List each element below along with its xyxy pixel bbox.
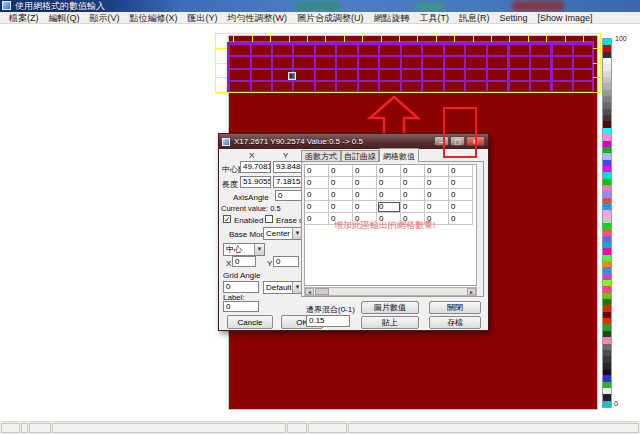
grid-cell[interactable]: 0: [425, 201, 449, 213]
selected-point-marker[interactable]: [288, 72, 296, 80]
grid-cell[interactable]: 0: [353, 189, 377, 201]
current-value-text: Current value: 0.5: [221, 204, 281, 213]
grid-cell[interactable]: 0: [401, 165, 425, 177]
cancel-button[interactable]: Cancle: [227, 315, 273, 329]
color-scale-bar: [602, 38, 612, 408]
grid-cell[interactable]: 0: [329, 189, 353, 201]
table-row: 0000000: [305, 201, 476, 213]
color-band: [603, 401, 611, 407]
window-titlebar[interactable]: 使用網格式的數值輸入: [0, 0, 640, 12]
center-x-input[interactable]: 49.7081: [240, 161, 271, 173]
grid-cell[interactable]: 0: [305, 213, 329, 225]
image-values-button[interactable]: 圖片數值: [361, 301, 419, 314]
highlight-rectangle-annotation: [443, 107, 477, 158]
axis-angle-input[interactable]: 0: [275, 190, 303, 201]
horizontal-scrollbar[interactable]: ◄ ►: [304, 287, 477, 296]
grid-cell[interactable]: 0: [449, 165, 473, 177]
status-segment: [52, 423, 286, 433]
grid-angle-mode-select[interactable]: Default▼: [263, 281, 303, 294]
grid-cell[interactable]: 0: [401, 177, 425, 189]
titlebar-reflection: [512, 1, 564, 11]
offset-y-input[interactable]: 0: [273, 256, 299, 267]
grid-cell[interactable]: 0: [425, 165, 449, 177]
grid-cell[interactable]: 0: [377, 201, 401, 213]
grid-cell[interactable]: 0: [425, 177, 449, 189]
paste-button[interactable]: 貼上: [361, 316, 419, 329]
grid-cell[interactable]: 0: [377, 177, 401, 189]
status-segment: [29, 423, 51, 433]
erase-dots-checkbox[interactable]: [265, 215, 273, 223]
grid-angle-input[interactable]: 0: [223, 281, 259, 293]
grid-cell[interactable]: 0: [353, 201, 377, 213]
column-header-x: X: [249, 151, 254, 160]
menu-item[interactable]: Setting: [495, 12, 533, 24]
status-segment: [1, 423, 20, 433]
scale-min-label: 0: [614, 400, 618, 407]
grid-value-dialog: X17.2671 Y90.2574 Value:0.5 -> 0.5 – ▢ ✕…: [218, 133, 489, 331]
menu-item[interactable]: 匯出(Y): [183, 12, 223, 24]
application-window: 使用網格式的數值輸入 檔案(Z)編輯(Q)顯示(V)點位編修(X)匯出(Y)均勻…: [0, 0, 640, 434]
grid-cell[interactable]: 0: [305, 201, 329, 213]
titlebar-reflection: [295, 2, 340, 10]
offset-x-input[interactable]: 0: [232, 256, 256, 267]
menu-item[interactable]: 顯示(V): [85, 12, 125, 24]
grid-cell[interactable]: 0: [329, 177, 353, 189]
scrollbar-thumb[interactable]: [315, 288, 329, 295]
base-mode-select[interactable]: Center▼: [263, 227, 303, 240]
chevron-down-icon[interactable]: ▼: [254, 244, 264, 255]
offset-x-label: X: [226, 259, 231, 268]
menu-item[interactable]: 均勻性調整(W): [223, 12, 293, 24]
grid-cell[interactable]: 0: [329, 165, 353, 177]
scale-max-label: 100: [615, 35, 627, 42]
grid-cell[interactable]: 0: [329, 201, 353, 213]
enabled-label: Enabled: [234, 216, 263, 225]
grid-cell[interactable]: 0: [353, 177, 377, 189]
purple-value-grid[interactable]: [227, 42, 593, 92]
center-y-input[interactable]: 93.8482: [273, 161, 304, 173]
grid-cell[interactable]: 0: [449, 177, 473, 189]
menu-item[interactable]: 檔案(Z): [4, 12, 44, 24]
grid-cell[interactable]: 0: [353, 165, 377, 177]
grid-angle-mode-value: Default: [266, 283, 291, 292]
grid-cell[interactable]: 0: [305, 177, 329, 189]
label-input[interactable]: 0: [223, 301, 259, 312]
enabled-checkbox[interactable]: ✓: [223, 215, 231, 223]
table-row: 0000000: [305, 177, 476, 189]
grid-cell[interactable]: 0: [401, 189, 425, 201]
anchor-select[interactable]: 中心▼: [223, 243, 265, 256]
anchor-value: 中心: [226, 245, 242, 254]
scroll-left-icon[interactable]: ◄: [305, 288, 314, 295]
menu-item[interactable]: [Show Image]: [533, 12, 598, 24]
length-x-input[interactable]: 51.9055: [240, 176, 271, 188]
grid-cell[interactable]: 0: [305, 165, 329, 177]
menu-item[interactable]: 工具(T): [415, 12, 455, 24]
base-mode-value: Center: [266, 229, 290, 238]
grid-cell[interactable]: 0: [425, 189, 449, 201]
grid-cell[interactable]: 0: [449, 201, 473, 213]
menu-item[interactable]: 點位編修(X): [125, 12, 183, 24]
grid-cell[interactable]: 0: [377, 165, 401, 177]
scroll-right-icon[interactable]: ►: [467, 288, 476, 295]
dialog-title: X17.2671 Y90.2574 Value:0.5 -> 0.5: [234, 137, 363, 146]
status-segment: [287, 423, 307, 433]
grid-cell[interactable]: 0: [401, 201, 425, 213]
close-button[interactable]: 關閉: [429, 301, 481, 314]
menu-item[interactable]: 訊息(R): [454, 12, 495, 24]
length-y-input[interactable]: 7.1815: [273, 176, 304, 188]
table-row: 0000000: [305, 165, 476, 177]
column-header-y: Y: [283, 151, 288, 160]
menu-item[interactable]: 編輯(Q): [44, 12, 85, 24]
grid-cell[interactable]: 0: [377, 189, 401, 201]
menu-item[interactable]: 網點旋轉: [369, 12, 415, 24]
note-annotation: 增加此區輸出的網格數量!: [334, 219, 436, 232]
blend-input[interactable]: 0.15: [306, 315, 350, 327]
tab-grid-values[interactable]: 網格數值: [379, 148, 419, 162]
save-button[interactable]: 存檔: [429, 316, 481, 329]
grid-cell[interactable]: 0: [449, 189, 473, 201]
grid-cell[interactable]: 0: [449, 213, 473, 225]
status-segment: [21, 423, 28, 433]
menu-item[interactable]: 圖片合成調整(U): [292, 12, 369, 24]
grid-cell[interactable]: 0: [305, 189, 329, 201]
blend-label: 邊界混合(0-1): [306, 304, 355, 315]
offset-y-label: Y: [267, 259, 272, 268]
